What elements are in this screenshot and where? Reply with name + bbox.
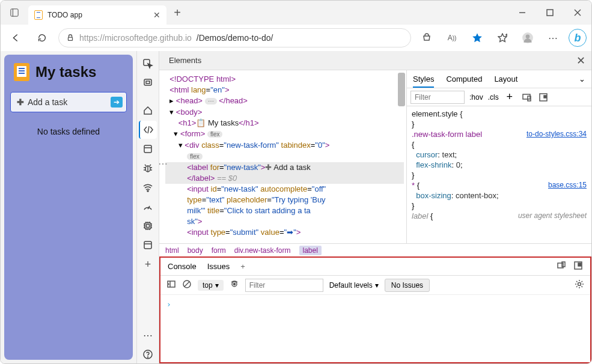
devtools-activity-bar: + ⋯ <box>136 51 159 363</box>
computed-tab[interactable]: Computed <box>446 74 482 83</box>
window-controls <box>508 1 591 25</box>
svg-rect-29 <box>544 96 546 98</box>
memory-tool-icon[interactable] <box>139 217 157 235</box>
devtools-drawer: Console Issues + top ▾ Default levels ▾ … <box>159 256 591 363</box>
url-field[interactable]: https://microsoftedge.github.io/Demos/de… <box>58 28 411 47</box>
read-aloud-icon[interactable]: A)) <box>442 28 462 47</box>
new-tab-button[interactable]: + <box>168 3 187 22</box>
log-levels-selector[interactable]: Default levels ▾ <box>329 281 379 290</box>
styles-tabbar: Styles Computed Layout ⌄ <box>407 70 591 88</box>
add-task-input[interactable]: ✚ Add a task ➔ <box>10 92 127 112</box>
svg-rect-13 <box>146 81 150 83</box>
maximize-button[interactable] <box>536 1 564 25</box>
minimize-button[interactable] <box>508 1 536 25</box>
tab-actions-button[interactable] <box>1 1 28 25</box>
svg-point-40 <box>578 283 581 286</box>
issues-tab[interactable]: Issues <box>207 262 230 271</box>
svg-point-18 <box>147 190 148 192</box>
performance-tool-icon[interactable] <box>139 198 157 216</box>
app-title: My tasks <box>10 63 127 81</box>
styles-rules[interactable]: element.style { } .new-task-form label t… <box>407 106 591 243</box>
page-content: My tasks ✚ Add a task ➔ No tasks defined <box>1 51 136 363</box>
devtools-tabbar: Elements ✕ <box>159 51 591 70</box>
svg-rect-14 <box>144 145 151 153</box>
address-bar: https://microsoftedge.github.io/Demos/de… <box>1 25 591 51</box>
devtools-close-button[interactable]: ✕ <box>576 54 585 67</box>
svg-rect-3 <box>547 10 553 16</box>
context-selector[interactable]: top ▾ <box>198 280 224 291</box>
titlebar: TODO app ✕ + <box>1 1 591 25</box>
layout-tab[interactable]: Layout <box>494 74 517 83</box>
svg-rect-20 <box>145 223 151 229</box>
clear-console-icon[interactable] <box>182 279 192 291</box>
dom-breadcrumb[interactable]: html body form div.new-task-form label <box>159 243 591 256</box>
3d-view-icon[interactable] <box>139 74 157 92</box>
svg-rect-21 <box>147 225 150 228</box>
device-icon[interactable] <box>520 93 532 102</box>
add-task-placeholder: Add a task <box>28 97 67 107</box>
svg-rect-33 <box>578 263 581 266</box>
drawer-newtab-button[interactable]: + <box>240 262 245 271</box>
console-sidebar-icon[interactable] <box>166 279 176 291</box>
refresh-button[interactable] <box>32 28 52 48</box>
welcome-tool-icon[interactable] <box>139 102 157 120</box>
drawer-dock-icon[interactable] <box>557 261 566 272</box>
sources-tool-icon[interactable] <box>139 140 157 158</box>
lock-icon <box>66 33 75 43</box>
inspect-tool-icon[interactable] <box>139 55 157 73</box>
styles-pane: Styles Computed Layout ⌄ :hov .cls + ele… <box>406 70 591 243</box>
devtools-panel: Elements ✕ ⋯ <!DOCTYPE html> <html lang=… <box>159 51 591 363</box>
svg-rect-12 <box>144 79 151 85</box>
new-rule-icon[interactable]: + <box>504 91 516 103</box>
scrollbar[interactable] <box>398 73 405 106</box>
styles-more-icon[interactable]: ⌄ <box>579 74 585 83</box>
styles-filter-input[interactable] <box>410 91 465 104</box>
url-host: https://microsoftedge.github.io <box>79 33 192 43</box>
svg-rect-6 <box>69 37 73 40</box>
elements-tab[interactable]: Elements <box>165 56 205 65</box>
elements-tool-icon[interactable] <box>139 121 157 139</box>
back-button[interactable] <box>5 28 26 48</box>
hov-toggle[interactable]: :hov <box>469 93 483 102</box>
tab-title: TODO app <box>47 11 148 19</box>
menu-button[interactable]: ⋯ <box>543 28 563 47</box>
help-icon[interactable] <box>139 345 157 363</box>
console-prompt-icon: › <box>166 300 171 309</box>
tab-close-button[interactable]: ✕ <box>153 10 160 20</box>
browser-tab[interactable]: TODO app ✕ <box>28 5 166 25</box>
svg-rect-27 <box>528 96 531 101</box>
console-tab[interactable]: Console <box>168 262 197 271</box>
close-window-button[interactable] <box>564 1 591 25</box>
live-expression-icon[interactable] <box>230 279 239 291</box>
styles-tab[interactable]: Styles <box>413 74 434 88</box>
svg-rect-0 <box>11 9 18 16</box>
dom-overflow-icon: ⋯ <box>159 158 167 169</box>
svg-rect-22 <box>144 241 151 249</box>
profile-icon[interactable] <box>518 28 537 47</box>
notepad-icon <box>14 63 29 81</box>
application-tool-icon[interactable] <box>139 236 157 254</box>
cls-toggle[interactable]: .cls <box>488 93 499 102</box>
shopping-icon[interactable] <box>417 28 436 47</box>
svg-point-39 <box>233 284 235 285</box>
console-output[interactable]: › <box>160 295 590 362</box>
url-path: /Demos/demo-to-do/ <box>197 33 273 43</box>
network-tool-icon[interactable] <box>139 178 157 196</box>
more-tools-button[interactable]: + <box>139 255 157 273</box>
console-settings-icon[interactable] <box>575 279 584 291</box>
drawer-expand-icon[interactable] <box>573 261 583 272</box>
svg-line-37 <box>185 282 189 287</box>
flexbox-overlay-icon[interactable] <box>537 93 549 102</box>
collections-icon[interactable] <box>493 28 512 47</box>
no-issues-badge[interactable]: No Issues <box>385 279 430 292</box>
favorite-icon[interactable] <box>468 28 487 47</box>
console-filter-input[interactable] <box>245 279 323 292</box>
dom-tree[interactable]: ⋯ <!DOCTYPE html> <html lang="en"> ▸ <he… <box>159 70 406 243</box>
no-tasks-label: No tasks defined <box>10 127 127 136</box>
submit-task-button[interactable]: ➔ <box>111 97 123 108</box>
favicon-icon <box>34 10 43 20</box>
bing-button[interactable]: b <box>569 29 587 47</box>
devtools-menu-icon[interactable]: ⋯ <box>139 326 157 344</box>
svg-rect-26 <box>523 94 530 99</box>
bug-tool-icon[interactable] <box>139 159 157 177</box>
